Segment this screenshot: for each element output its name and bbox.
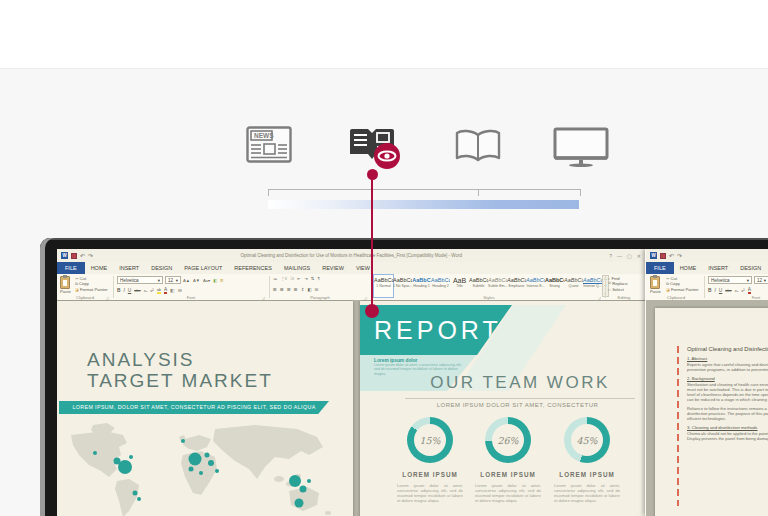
help-icon[interactable]: ? [609, 253, 612, 259]
sort-button[interactable]: ⇅ [311, 276, 315, 281]
shading-button[interactable]: ◧ [307, 287, 311, 292]
doc-page-side: Optimal Cleaning and Disinfection 1. Abs… [655, 308, 768, 516]
open-book-icon[interactable] [454, 128, 502, 164]
word-app-icon: W [61, 252, 68, 259]
titlebar: W ↶ ↷ Optimal Cleaning and Disinfection … [57, 249, 645, 262]
style-title[interactable]: AaBTitle [450, 275, 469, 297]
character-border-button[interactable]: ⊞ [178, 288, 182, 293]
font-color-button[interactable]: A [164, 287, 167, 294]
undo-icon[interactable]: ↶ [669, 253, 674, 259]
multilevel-list-button[interactable]: ⁝≡ [290, 276, 294, 281]
decrease-indent-button[interactable]: ⇤ [297, 276, 301, 281]
format-painter-button[interactable]: ◪ Format Painter [75, 287, 108, 292]
ebook-reader-icon[interactable] [348, 127, 396, 163]
paste-button[interactable]: Paste [60, 276, 71, 294]
phonetic-guide-button[interactable]: ◧ [213, 278, 217, 283]
increase-indent-button[interactable]: ⇥ [304, 276, 308, 281]
italic-button[interactable]: I [714, 288, 715, 293]
word-window-side: W ↶ ↷ FILE HOME INSERT DESIGN PAGE LAYOU… [645, 249, 768, 516]
superscript-button[interactable]: x² [741, 288, 744, 293]
enclose-characters-button[interactable]: ⊞ [220, 278, 224, 283]
style-subtitle[interactable]: AaBbCcSubtitle [469, 275, 488, 297]
style-strong[interactable]: AaBbCcStrong [545, 275, 564, 297]
bullets-button[interactable]: ≔ [273, 276, 277, 281]
justify-button[interactable]: ☰ [294, 287, 298, 292]
paste-button[interactable]: Paste [650, 276, 661, 294]
doc-page-2: REPORT Lorem ipsum dolor Lorem ipsum dol… [360, 301, 645, 516]
word-window-main: W ↶ ↷ Optimal Cleaning and Disinfection … [57, 249, 645, 516]
paste-icon [650, 276, 660, 289]
tab-home[interactable]: HOME [85, 262, 114, 274]
save-icon[interactable] [660, 253, 666, 259]
font-size-select[interactable]: 12▾ [165, 276, 181, 284]
text-highlight-button[interactable]: ab [157, 287, 161, 294]
format-painter-button[interactable]: ◪ Format Painter [666, 287, 699, 292]
maximize-icon[interactable]: ▢ [627, 253, 632, 259]
tab-design[interactable]: DESIGN [145, 262, 178, 274]
tab-insert[interactable]: INSERT [702, 262, 734, 274]
style-subtle-emphasis[interactable]: AaBbCcSubtle Em... [488, 275, 507, 297]
select-button[interactable]: ▷ Select [608, 287, 628, 292]
section-body: Chemicals should not be applied to the p… [687, 431, 768, 441]
underline-button[interactable]: U [719, 288, 722, 293]
line-spacing-button[interactable]: ⇕ [301, 287, 305, 292]
monitor-icon[interactable] [552, 127, 610, 167]
paste-label: Paste [60, 289, 71, 294]
bold-button[interactable]: B [117, 288, 120, 293]
align-left-button[interactable]: ☰ [273, 287, 277, 292]
shrink-font-button[interactable]: A▼ [193, 278, 200, 283]
save-icon[interactable] [71, 253, 77, 259]
underline-button[interactable]: U [128, 288, 131, 293]
redo-icon[interactable]: ↷ [88, 253, 93, 259]
tab-page-layout[interactable]: PAGE LAYOUT [178, 262, 228, 274]
tab-home[interactable]: HOME [674, 262, 703, 274]
monitor-bezel: W ↶ ↷ Optimal Cleaning and Disinfection … [40, 238, 768, 516]
grow-font-button[interactable]: A▲ [183, 278, 190, 283]
show-marks-button[interactable]: ¶ [317, 276, 319, 281]
format-painter-icon: ◪ [75, 287, 79, 292]
change-case-button[interactable]: Aa▾ [203, 278, 210, 283]
tab-mailings[interactable]: MAILINGS [278, 262, 316, 274]
font-name-select[interactable]: Helvetica▾ [117, 276, 163, 284]
style-no-spacing[interactable]: AaBbCc1 No Spac... [393, 275, 412, 297]
style-intense-emphasis[interactable]: AaBbCcIntense E... [526, 275, 545, 297]
minimize-icon[interactable]: — [617, 253, 622, 259]
align-center-button[interactable]: ☰ [280, 287, 284, 292]
borders-button[interactable]: ⊞ [315, 287, 319, 292]
close-icon[interactable]: ✕ [637, 253, 641, 259]
superscript-button[interactable]: x² [150, 288, 153, 293]
style-normal[interactable]: AaBbCc1 Normal [374, 275, 393, 297]
font-name-select[interactable]: Helvetica▾ [708, 276, 752, 284]
donut-2-value: 26% [497, 435, 518, 446]
tab-file[interactable]: FILE [646, 262, 674, 274]
style-emphasis[interactable]: AaBbCcEmphasis [507, 275, 526, 297]
style-heading1[interactable]: AaBbCHeading 1 [412, 275, 431, 297]
tab-file[interactable]: FILE [57, 262, 85, 274]
intensity-gradient-bar[interactable] [268, 200, 579, 209]
character-shading-button[interactable]: ◧ [170, 288, 175, 293]
tab-insert[interactable]: INSERT [113, 262, 145, 274]
redo-icon[interactable]: ↷ [677, 253, 682, 259]
font-color-button[interactable]: A [748, 287, 751, 294]
tab-design[interactable]: DESIGN [734, 262, 767, 274]
reader-mode-eye-badge [374, 143, 400, 169]
undo-icon[interactable]: ↶ [80, 253, 85, 259]
align-right-button[interactable]: ☰ [287, 287, 291, 292]
bold-button[interactable]: B [708, 288, 711, 293]
subscript-button[interactable]: x₂ [144, 288, 148, 293]
tab-review[interactable]: REVIEW [316, 262, 350, 274]
numbering-button[interactable]: ⋮≡ [280, 276, 287, 281]
style-heading2[interactable]: AaBbCcHeading 2 [431, 275, 450, 297]
strikethrough-button[interactable]: abc [134, 288, 140, 293]
document-area-side: Optimal Cleaning and Disinfection 1. Abs… [646, 300, 768, 516]
strikethrough-button[interactable]: abc [725, 288, 731, 293]
tab-references[interactable]: REFERENCES [228, 262, 278, 274]
style-quote[interactable]: AaBbCcQuote [564, 275, 583, 297]
italic-button[interactable]: I [123, 288, 124, 293]
font-size-select[interactable]: 12▾ [754, 276, 768, 284]
side-doc-title: Optimal Cleaning and Disinfection [687, 346, 768, 352]
subscript-button[interactable]: x₂ [735, 288, 739, 293]
style-intense-quote[interactable]: AaBbCcIntense Q... [583, 275, 602, 297]
newspaper-icon[interactable]: NEWS [246, 126, 292, 164]
section-body: Reliance to follow the instructions rema… [687, 406, 768, 421]
